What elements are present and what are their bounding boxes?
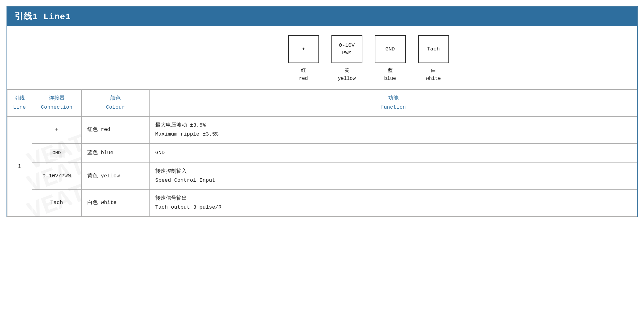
cell-conn-pwm: VEAT 0-10V/PWM: [32, 163, 81, 190]
pin-labels-row: 红red 黄yellow 蓝blue 白white: [288, 67, 449, 83]
table-row: VEAT GND 蓝色 blue GND: [7, 143, 637, 163]
cell-colour-yellow: 黄色 yellow: [81, 163, 149, 190]
pin-label-red: 红red: [288, 67, 319, 83]
diagram-section: + 0-10VPWM GND Tach 红red 黄yellow 蓝blue 白…: [7, 26, 637, 89]
cell-colour-red: 红色 red: [81, 116, 149, 143]
pin-box-gnd: GND: [375, 35, 406, 63]
cell-conn-plus: +: [32, 116, 81, 143]
pin-boxes-row: + 0-10VPWM GND Tach: [288, 35, 449, 63]
cell-line-1: 1: [7, 116, 32, 216]
header-colour: 颜色 Colour: [81, 90, 149, 117]
cell-func-pwm: 转速控制输入 Speed Control Input: [149, 163, 637, 190]
pin-label-blue: 蓝blue: [375, 67, 406, 83]
cell-conn-tach: VEAT Tach: [32, 190, 81, 217]
pin-box-plus: +: [288, 35, 319, 63]
pin-label-yellow: 黄yellow: [331, 67, 362, 83]
cell-func-gnd: GND: [149, 143, 637, 163]
cell-func-red: 最大电压波动 ±3.5% Maximum ripple ±3.5%: [149, 116, 637, 143]
table-row: VEAT Tach 白色 white 转速信号输出 Tach output 3 …: [7, 190, 637, 217]
header-function: 功能 function: [149, 90, 637, 117]
table-row: 1 + 红色 red 最大电压波动 ±3.5% Maximum ripple ±…: [7, 116, 637, 143]
diagram-inner: + 0-10VPWM GND Tach 红red 黄yellow 蓝blue 白…: [288, 35, 449, 83]
pin-label-white: 白white: [418, 67, 449, 83]
header-line: 引线 Line: [7, 90, 32, 117]
cell-func-tach: 转速信号输出 Tach output 3 pulse/R: [149, 190, 637, 217]
cell-colour-blue: 蓝色 blue: [81, 143, 149, 163]
table-row: VEAT 0-10V/PWM 黄色 yellow 转速控制输入 Speed Co…: [7, 163, 637, 190]
table-header-row: 引线 Line 连接器 Connection 颜色 Colour 功能 func…: [7, 90, 637, 117]
main-container: 引线1 Line1 + 0-10VPWM GND Tach 红red 黄yell…: [6, 6, 638, 217]
title-bar: 引线1 Line1: [7, 7, 637, 26]
connector-table: 引线 Line 连接器 Connection 颜色 Colour 功能 func…: [7, 89, 637, 217]
cell-colour-white: 白色 white: [81, 190, 149, 217]
cell-conn-gnd: VEAT GND: [32, 143, 81, 163]
header-connection: 连接器 Connection: [32, 90, 81, 117]
table-section: 引线 Line 连接器 Connection 颜色 Colour 功能 func…: [7, 89, 637, 217]
title-text: 引线1 Line1: [15, 12, 71, 22]
pin-box-pwm: 0-10VPWM: [331, 35, 362, 63]
pin-box-tach: Tach: [418, 35, 449, 63]
